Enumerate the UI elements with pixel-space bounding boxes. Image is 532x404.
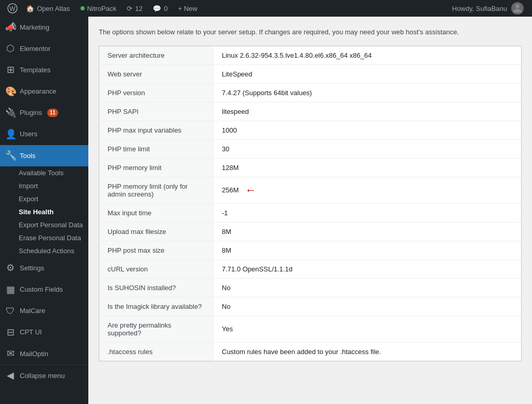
sidebar-label-mailoptin: MailOptin bbox=[20, 349, 48, 359]
svg-point-2 bbox=[515, 4, 520, 8]
row-label: Is the Imagick library available? bbox=[99, 297, 214, 316]
sidebar-sub-import[interactable]: Import bbox=[0, 179, 88, 192]
admin-bar: W 🏠 Open Atlas NitroPack ⟳ 12 💬 0 + New … bbox=[0, 0, 532, 17]
row-label: Server architecture bbox=[99, 46, 214, 64]
sidebar-label-marketing: Marketing bbox=[20, 23, 49, 32]
row-label: Are pretty permalinks supported? bbox=[99, 316, 214, 342]
settings-icon: ⚙ bbox=[5, 262, 16, 275]
red-arrow-icon: ← bbox=[242, 184, 257, 197]
sidebar-sub-erase-personal-data[interactable]: Erase Personal Data bbox=[0, 231, 88, 244]
sidebar-item-users[interactable]: 👤 Users bbox=[0, 124, 88, 145]
row-value: litespeed bbox=[214, 102, 522, 121]
row-value: Linux 2.6.32-954.3.5.lve1.4.80.el6.x86_6… bbox=[214, 46, 522, 64]
table-row: Is SUHOSIN installed?No bbox=[99, 278, 522, 297]
mailoptin-icon: ✉ bbox=[5, 347, 16, 360]
sidebar-sub-export-personal-data[interactable]: Export Personal Data bbox=[0, 218, 88, 231]
collapse-icon: ◀ bbox=[5, 369, 16, 382]
nitropack-label: NitroPack bbox=[87, 5, 116, 12]
sidebar-item-custom-fields[interactable]: ▦ Custom Fields bbox=[0, 279, 88, 301]
info-text: The options shown below relate to your s… bbox=[99, 27, 522, 37]
adminbar-right: Howdy, SufiaBanu bbox=[448, 2, 528, 15]
users-icon: 👤 bbox=[5, 128, 16, 141]
sidebar-label-elementor: Elementor bbox=[20, 44, 50, 54]
row-value: LiteSpeed bbox=[214, 64, 522, 83]
table-row: Server architectureLinux 2.6.32-954.3.5.… bbox=[99, 46, 522, 64]
row-label: PHP version bbox=[99, 83, 214, 102]
sidebar-sub-export[interactable]: Export bbox=[0, 192, 88, 205]
row-label: .htaccess rules bbox=[99, 342, 214, 361]
table-row: PHP memory limit128M bbox=[99, 158, 522, 177]
sidebar-item-appearance[interactable]: 🎨 Appearance bbox=[0, 81, 88, 102]
row-value: 8M bbox=[214, 222, 522, 241]
sidebar-label-users: Users bbox=[20, 129, 37, 139]
sidebar-item-templates[interactable]: ⊞ Templates bbox=[0, 59, 88, 81]
row-label: Web server bbox=[99, 64, 214, 83]
collapse-label: Collapse menu bbox=[20, 371, 65, 381]
malcare-icon: 🛡 bbox=[5, 305, 16, 318]
adminbar-comments[interactable]: 💬 0 bbox=[148, 0, 172, 17]
comments-count: 0 bbox=[164, 5, 167, 12]
row-value: 1000 bbox=[214, 121, 522, 139]
sidebar: 📣 Marketing ⬡ Elementor ⊞ Templates 🎨 Ap… bbox=[0, 17, 88, 404]
sidebar-item-mailoptin[interactable]: ✉ MailOptin bbox=[0, 343, 88, 364]
tools-icon: 🔧 bbox=[5, 149, 16, 162]
row-value: Yes bbox=[214, 316, 522, 342]
cpt-ui-icon: ⊟ bbox=[5, 326, 16, 339]
sidebar-item-tools[interactable]: 🔧 Tools bbox=[0, 145, 88, 166]
table-row: PHP max input variables1000 bbox=[99, 121, 522, 139]
sidebar-collapse[interactable]: ◀ Collapse menu bbox=[0, 364, 88, 386]
table-row: PHP time limit30 bbox=[99, 139, 522, 158]
row-label: PHP post max size bbox=[99, 241, 214, 259]
new-label: + New bbox=[178, 5, 197, 12]
user-avatar bbox=[511, 2, 524, 15]
table-row: PHP post max size8M bbox=[99, 241, 522, 259]
adminbar-new[interactable]: + New bbox=[173, 0, 203, 17]
templates-icon: ⊞ bbox=[5, 63, 16, 76]
plugins-badge: 11 bbox=[47, 109, 58, 117]
row-label: PHP max input variables bbox=[99, 121, 214, 139]
table-row: Upload max filesize8M bbox=[99, 222, 522, 241]
row-value: 30 bbox=[214, 139, 522, 158]
site-name: Open Atlas bbox=[37, 5, 70, 12]
nitropack-status-dot bbox=[81, 6, 85, 10]
row-value: 128M bbox=[214, 158, 522, 177]
sidebar-label-appearance: Appearance bbox=[20, 87, 56, 96]
elementor-icon: ⬡ bbox=[5, 42, 16, 55]
adminbar-nitropack[interactable]: NitroPack bbox=[75, 0, 122, 17]
appearance-icon: 🎨 bbox=[5, 85, 16, 98]
sidebar-label-malcare: MalCare bbox=[20, 306, 45, 316]
wp-logo[interactable]: W bbox=[4, 0, 21, 17]
row-label: Max input time bbox=[99, 203, 214, 222]
row-label: PHP time limit bbox=[99, 139, 214, 158]
adminbar-howdy[interactable]: Howdy, SufiaBanu bbox=[448, 2, 528, 15]
table-row: PHP SAPIlitespeed bbox=[99, 102, 522, 121]
sidebar-sub-scheduled-actions[interactable]: Scheduled Actions bbox=[0, 244, 88, 257]
sidebar-sub-site-health[interactable]: Site Health bbox=[0, 205, 88, 218]
row-value: 7.71.0 OpenSSL/1.1.1d bbox=[214, 259, 522, 278]
sidebar-item-malcare[interactable]: 🛡 MalCare bbox=[0, 301, 88, 322]
sidebar-label-plugins: Plugins bbox=[20, 108, 42, 118]
sidebar-item-plugins[interactable]: 🔌 Plugins 11 bbox=[0, 102, 88, 124]
sidebar-item-elementor[interactable]: ⬡ Elementor bbox=[0, 38, 88, 59]
server-info-table: Server architectureLinux 2.6.32-954.3.5.… bbox=[99, 46, 522, 361]
row-label: Upload max filesize bbox=[99, 222, 214, 241]
marketing-icon: 📣 bbox=[5, 21, 16, 34]
sidebar-item-cpt-ui[interactable]: ⊟ CPT UI bbox=[0, 322, 88, 343]
table-row: Is the Imagick library available?No bbox=[99, 297, 522, 316]
table-row: .htaccess rulesCustom rules have been ad… bbox=[99, 342, 522, 361]
adminbar-sync[interactable]: ⟳ 12 bbox=[122, 0, 148, 17]
comments-icon: 💬 bbox=[153, 5, 161, 12]
table-row: Max input time-1 bbox=[99, 203, 522, 222]
row-value: Custom rules have been added to your .ht… bbox=[214, 342, 522, 361]
sidebar-sub-available-tools[interactable]: Available Tools bbox=[0, 166, 88, 179]
sync-count: 12 bbox=[135, 5, 142, 12]
table-row: PHP version7.4.27 (Supports 64bit values… bbox=[99, 83, 522, 102]
home-icon: 🏠 bbox=[26, 5, 34, 12]
row-value: 8M bbox=[214, 241, 522, 259]
adminbar-site[interactable]: 🏠 Open Atlas bbox=[21, 0, 75, 17]
sidebar-label-settings: Settings bbox=[20, 264, 44, 273]
sidebar-label-cpt-ui: CPT UI bbox=[20, 328, 42, 337]
sidebar-item-marketing[interactable]: 📣 Marketing bbox=[0, 17, 88, 38]
sidebar-item-settings[interactable]: ⚙ Settings bbox=[0, 257, 88, 279]
arrow-annotation: 256M ← bbox=[222, 184, 257, 197]
